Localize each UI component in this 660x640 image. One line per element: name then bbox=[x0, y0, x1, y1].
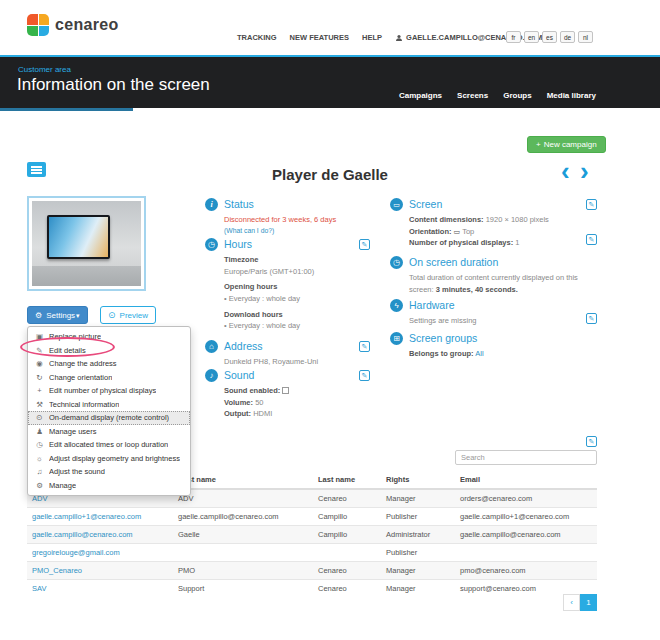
edit-screen-icon[interactable] bbox=[586, 199, 597, 210]
clock-icon bbox=[205, 238, 218, 251]
language-switcher: fr en es de nl bbox=[506, 31, 593, 43]
cenareo-logo[interactable]: cenareo bbox=[27, 14, 118, 36]
groups-value-link[interactable]: All bbox=[475, 349, 483, 358]
sound-enabled-checkbox[interactable] bbox=[282, 387, 289, 394]
download-hours-label: Download hours bbox=[224, 309, 370, 321]
nav-tracking[interactable]: TRACKING bbox=[237, 33, 277, 42]
duration-section: On screen duration Total duration of con… bbox=[390, 256, 597, 295]
lang-en[interactable]: en bbox=[524, 31, 539, 43]
menu-change-address[interactable]: ◉Change the address bbox=[28, 357, 190, 371]
pagination-page-1-button[interactable]: 1 bbox=[580, 594, 597, 611]
lang-de[interactable]: de bbox=[560, 31, 575, 43]
menu-on-demand-display[interactable]: ⊙On-demand display (remote control) bbox=[28, 411, 190, 425]
cell-last-name: Campillo bbox=[313, 526, 381, 544]
edit-users-icon[interactable] bbox=[586, 436, 597, 447]
cell-email: orders@cenareo.com bbox=[455, 489, 597, 508]
sound-title: Sound bbox=[224, 369, 254, 382]
nav-help[interactable]: HELP bbox=[362, 33, 382, 42]
gear-icon: ⚙ bbox=[35, 481, 44, 490]
col-last-name[interactable]: Last name bbox=[313, 471, 381, 489]
screen-title: Screen bbox=[409, 198, 442, 211]
new-campaign-button[interactable]: + New campaign bbox=[527, 136, 606, 153]
lang-nl[interactable]: nl bbox=[578, 31, 593, 43]
nav-media-library[interactable]: Media library bbox=[547, 91, 596, 100]
sound-icon bbox=[205, 369, 218, 382]
groups-icon bbox=[390, 332, 403, 345]
cell-rights: Administrator bbox=[381, 526, 455, 544]
col-first-name[interactable]: First name bbox=[173, 471, 313, 489]
opening-hours-value: Everyday : whole day bbox=[224, 293, 370, 305]
displays-label: Number of physical displays: bbox=[409, 238, 513, 247]
next-screen-chevron[interactable]: › bbox=[580, 156, 589, 187]
wrench-icon: ⚒ bbox=[35, 400, 44, 409]
menu-manage[interactable]: ⚙Manage bbox=[28, 479, 190, 493]
photo-floor bbox=[32, 266, 141, 286]
user-link[interactable]: gaelle.campillo@cenareo.com bbox=[27, 526, 173, 544]
address-title: Address bbox=[224, 340, 263, 353]
menu-change-orientation[interactable]: ↻Change orientation bbox=[28, 371, 190, 385]
preview-label: Preview bbox=[120, 311, 148, 320]
user-link[interactable]: PMO_Cenareo bbox=[27, 562, 173, 580]
hardware-icon bbox=[390, 299, 403, 312]
cell-first-name bbox=[173, 544, 313, 562]
nav-new-features[interactable]: NEW FEATURES bbox=[290, 33, 349, 42]
user-icon: ♟ bbox=[35, 427, 44, 436]
nav-screens[interactable]: Screens bbox=[457, 91, 488, 100]
timezone-label: Timezone bbox=[224, 254, 370, 266]
cell-last-name: Cenareo bbox=[313, 562, 381, 580]
preview-button[interactable]: Preview bbox=[100, 306, 156, 324]
plus-icon: + bbox=[536, 140, 541, 149]
brand-name: cenareo bbox=[55, 16, 118, 34]
duration-clock-icon bbox=[390, 256, 403, 269]
edit-hardware-icon[interactable] bbox=[586, 313, 597, 324]
cell-email bbox=[455, 544, 597, 562]
menu-adjust-sound[interactable]: ♫Adjust the sound bbox=[28, 465, 190, 479]
cell-first-name: Gaelle bbox=[173, 526, 313, 544]
edit-sound-icon[interactable] bbox=[359, 370, 370, 381]
settings-button[interactable]: Settings bbox=[27, 306, 88, 324]
lang-fr[interactable]: fr bbox=[506, 31, 521, 43]
duration-title: On screen duration bbox=[409, 256, 498, 269]
hardware-message: Settings are missing bbox=[409, 315, 597, 327]
volume-value: 50 bbox=[255, 398, 263, 407]
lang-es[interactable]: es bbox=[542, 31, 557, 43]
gear-icon bbox=[35, 311, 42, 320]
edit-address-icon[interactable] bbox=[359, 341, 370, 352]
pagination-prev-button[interactable]: ‹ bbox=[563, 594, 580, 611]
main-nav: Campaigns Screens Groups Media library bbox=[399, 91, 596, 100]
address-icon bbox=[205, 340, 218, 353]
breadcrumb[interactable]: Customer area bbox=[18, 65, 71, 74]
hours-title: Hours bbox=[224, 238, 252, 251]
top-nav: TRACKING NEW FEATURES HELP GAELLE.CAMPIL… bbox=[237, 33, 550, 42]
user-link[interactable]: gregoirelouge@gmail.com bbox=[27, 544, 173, 562]
menu-edit-physical-displays[interactable]: +Edit number of physical displays bbox=[28, 384, 190, 398]
orientation-value: Top bbox=[462, 227, 474, 236]
menu-technical-information[interactable]: ⚒Technical information bbox=[28, 398, 190, 412]
menu-replace-picture[interactable]: ▣Replace picture bbox=[28, 330, 190, 344]
previous-screen-chevron[interactable]: ‹ bbox=[561, 156, 570, 187]
output-label: Output: bbox=[224, 409, 251, 418]
user-link[interactable]: gaelle.campillo+1@cenareo.com bbox=[27, 508, 173, 526]
menu-manage-users[interactable]: ♟Manage users bbox=[28, 425, 190, 439]
users-search-input[interactable] bbox=[455, 450, 597, 465]
col-email[interactable]: Email bbox=[455, 471, 597, 489]
nav-groups[interactable]: Groups bbox=[503, 91, 531, 100]
edit-displays-icon[interactable] bbox=[586, 234, 597, 245]
status-message: Disconnected for 3 weeks, 6 days bbox=[224, 214, 370, 226]
menu-adjust-geometry[interactable]: ☼Adjust display geometry and brightness bbox=[28, 452, 190, 466]
cell-last-name: Cenareo bbox=[313, 489, 381, 508]
volume-icon: ♫ bbox=[35, 467, 44, 476]
dimensions-label: Content dimensions: bbox=[409, 215, 484, 224]
screen-thumbnail bbox=[27, 196, 146, 291]
menu-edit-details[interactable]: ✎Edit details bbox=[28, 344, 190, 358]
status-help-link[interactable]: (What can I do?) bbox=[224, 226, 370, 237]
nav-campaigns[interactable]: Campaigns bbox=[399, 91, 442, 100]
edit-hours-icon[interactable] bbox=[359, 239, 370, 250]
top-bar: cenareo TRACKING NEW FEATURES HELP GAELL… bbox=[0, 0, 660, 55]
person-icon bbox=[395, 34, 403, 42]
cell-email: gaelle.campillo+1@cenareo.com bbox=[455, 508, 597, 526]
eye-icon bbox=[108, 310, 116, 320]
col-rights[interactable]: Rights bbox=[381, 471, 455, 489]
timezone-value: Europe/Paris (GMT+01:00) bbox=[224, 266, 370, 278]
menu-edit-allocated-times[interactable]: ◷Edit allocated times or loop duration bbox=[28, 438, 190, 452]
